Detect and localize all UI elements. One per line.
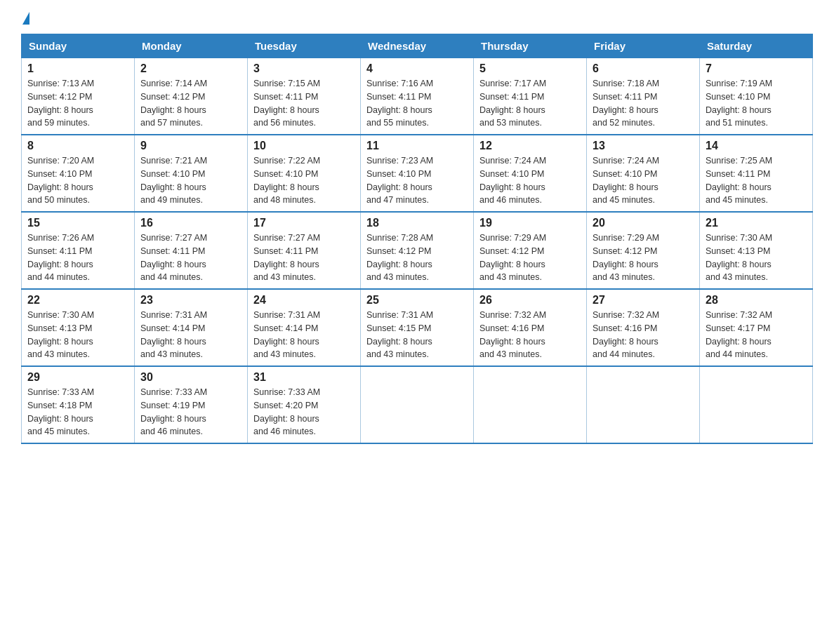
day-info: Sunrise: 7:29 AM Sunset: 4:12 PM Dayligh… [479,232,581,284]
day-number: 18 [366,217,468,229]
day-number: 25 [366,294,468,307]
day-number: 8 [27,140,128,152]
calendar-table: Sunday Monday Tuesday Wednesday Thursday… [21,34,813,444]
day-number: 4 [366,62,468,75]
day-cell: 14 Sunrise: 7:25 AM Sunset: 4:11 PM Dayl… [700,135,813,212]
day-number: 7 [706,62,807,75]
week-row-1: 1 Sunrise: 7:13 AM Sunset: 4:12 PM Dayli… [22,58,813,135]
day-cell: 19 Sunrise: 7:29 AM Sunset: 4:12 PM Dayl… [474,212,587,289]
day-number: 26 [479,294,581,307]
week-row-4: 22 Sunrise: 7:30 AM Sunset: 4:13 PM Dayl… [22,289,813,366]
day-number: 2 [140,62,241,75]
day-info: Sunrise: 7:16 AM Sunset: 4:11 PM Dayligh… [366,77,468,130]
day-cell: 15 Sunrise: 7:26 AM Sunset: 4:11 PM Dayl… [22,212,135,289]
day-number: 30 [140,371,241,384]
day-info: Sunrise: 7:33 AM Sunset: 4:18 PM Dayligh… [27,386,128,438]
day-number: 19 [479,217,581,229]
day-cell: 3 Sunrise: 7:15 AM Sunset: 4:11 PM Dayli… [248,58,361,135]
day-number: 11 [366,140,468,152]
day-cell [474,366,587,443]
header-sunday: Sunday [22,34,135,58]
day-info: Sunrise: 7:30 AM Sunset: 4:13 PM Dayligh… [706,232,807,284]
day-info: Sunrise: 7:14 AM Sunset: 4:12 PM Dayligh… [140,77,241,130]
day-number: 15 [27,217,128,229]
day-cell: 21 Sunrise: 7:30 AM Sunset: 4:13 PM Dayl… [700,212,813,289]
day-cell: 4 Sunrise: 7:16 AM Sunset: 4:11 PM Dayli… [361,58,474,135]
day-number: 28 [706,294,807,307]
day-info: Sunrise: 7:19 AM Sunset: 4:10 PM Dayligh… [706,77,807,130]
day-info: Sunrise: 7:26 AM Sunset: 4:11 PM Dayligh… [27,232,128,284]
day-info: Sunrise: 7:17 AM Sunset: 4:11 PM Dayligh… [479,77,581,130]
day-number: 6 [593,62,694,75]
day-number: 9 [140,140,241,152]
day-number: 16 [140,217,241,229]
day-cell: 20 Sunrise: 7:29 AM Sunset: 4:12 PM Dayl… [587,212,700,289]
day-info: Sunrise: 7:33 AM Sunset: 4:19 PM Dayligh… [140,386,241,438]
header-friday: Friday [587,34,700,58]
day-cell: 23 Sunrise: 7:31 AM Sunset: 4:14 PM Dayl… [135,289,248,366]
day-info: Sunrise: 7:31 AM Sunset: 4:14 PM Dayligh… [140,309,241,361]
day-cell: 18 Sunrise: 7:28 AM Sunset: 4:12 PM Dayl… [361,212,474,289]
day-info: Sunrise: 7:15 AM Sunset: 4:11 PM Dayligh… [253,77,355,130]
page-header [21,14,813,27]
logo-triangle-icon [22,12,29,25]
day-cell [361,366,474,443]
day-number: 14 [706,140,807,152]
day-cell: 17 Sunrise: 7:27 AM Sunset: 4:11 PM Dayl… [248,212,361,289]
day-info: Sunrise: 7:31 AM Sunset: 4:14 PM Dayligh… [253,309,355,361]
day-cell: 6 Sunrise: 7:18 AM Sunset: 4:11 PM Dayli… [587,58,700,135]
day-cell: 5 Sunrise: 7:17 AM Sunset: 4:11 PM Dayli… [474,58,587,135]
day-cell: 9 Sunrise: 7:21 AM Sunset: 4:10 PM Dayli… [135,135,248,212]
day-cell: 2 Sunrise: 7:14 AM Sunset: 4:12 PM Dayli… [135,58,248,135]
day-info: Sunrise: 7:13 AM Sunset: 4:12 PM Dayligh… [27,77,128,130]
day-info: Sunrise: 7:20 AM Sunset: 4:10 PM Dayligh… [27,154,128,207]
day-cell [700,366,813,443]
day-cell: 8 Sunrise: 7:20 AM Sunset: 4:10 PM Dayli… [22,135,135,212]
week-row-2: 8 Sunrise: 7:20 AM Sunset: 4:10 PM Dayli… [22,135,813,212]
day-number: 5 [479,62,581,75]
day-number: 13 [593,140,694,152]
day-number: 23 [140,294,241,307]
day-info: Sunrise: 7:28 AM Sunset: 4:12 PM Dayligh… [366,232,468,284]
day-info: Sunrise: 7:32 AM Sunset: 4:17 PM Dayligh… [706,309,807,361]
day-info: Sunrise: 7:27 AM Sunset: 4:11 PM Dayligh… [140,232,241,284]
day-info: Sunrise: 7:31 AM Sunset: 4:15 PM Dayligh… [366,309,468,361]
day-number: 1 [27,62,128,75]
week-row-5: 29 Sunrise: 7:33 AM Sunset: 4:18 PM Dayl… [22,366,813,443]
day-info: Sunrise: 7:21 AM Sunset: 4:10 PM Dayligh… [140,154,241,207]
day-number: 20 [593,217,694,229]
day-cell: 22 Sunrise: 7:30 AM Sunset: 4:13 PM Dayl… [22,289,135,366]
day-number: 22 [27,294,128,307]
day-number: 31 [253,371,355,384]
day-cell: 26 Sunrise: 7:32 AM Sunset: 4:16 PM Dayl… [474,289,587,366]
header-tuesday: Tuesday [248,34,361,58]
day-cell: 30 Sunrise: 7:33 AM Sunset: 4:19 PM Dayl… [135,366,248,443]
day-info: Sunrise: 7:18 AM Sunset: 4:11 PM Dayligh… [593,77,694,130]
day-number: 27 [593,294,694,307]
day-info: Sunrise: 7:22 AM Sunset: 4:10 PM Dayligh… [253,154,355,207]
day-cell: 25 Sunrise: 7:31 AM Sunset: 4:15 PM Dayl… [361,289,474,366]
header-saturday: Saturday [700,34,813,58]
day-number: 12 [479,140,581,152]
header-wednesday: Wednesday [361,34,474,58]
day-info: Sunrise: 7:23 AM Sunset: 4:10 PM Dayligh… [366,154,468,207]
day-cell: 12 Sunrise: 7:24 AM Sunset: 4:10 PM Dayl… [474,135,587,212]
day-cell: 7 Sunrise: 7:19 AM Sunset: 4:10 PM Dayli… [700,58,813,135]
day-info: Sunrise: 7:27 AM Sunset: 4:11 PM Dayligh… [253,232,355,284]
day-info: Sunrise: 7:29 AM Sunset: 4:12 PM Dayligh… [593,232,694,284]
day-cell: 16 Sunrise: 7:27 AM Sunset: 4:11 PM Dayl… [135,212,248,289]
header-monday: Monday [135,34,248,58]
day-number: 17 [253,217,355,229]
day-number: 21 [706,217,807,229]
day-cell: 24 Sunrise: 7:31 AM Sunset: 4:14 PM Dayl… [248,289,361,366]
day-info: Sunrise: 7:24 AM Sunset: 4:10 PM Dayligh… [593,154,694,207]
day-info: Sunrise: 7:32 AM Sunset: 4:16 PM Dayligh… [593,309,694,361]
day-info: Sunrise: 7:30 AM Sunset: 4:13 PM Dayligh… [27,309,128,361]
calendar-header-row: Sunday Monday Tuesday Wednesday Thursday… [22,34,813,58]
day-cell: 31 Sunrise: 7:33 AM Sunset: 4:20 PM Dayl… [248,366,361,443]
day-cell: 10 Sunrise: 7:22 AM Sunset: 4:10 PM Dayl… [248,135,361,212]
day-info: Sunrise: 7:24 AM Sunset: 4:10 PM Dayligh… [479,154,581,207]
day-cell: 13 Sunrise: 7:24 AM Sunset: 4:10 PM Dayl… [587,135,700,212]
logo [21,14,29,27]
header-thursday: Thursday [474,34,587,58]
